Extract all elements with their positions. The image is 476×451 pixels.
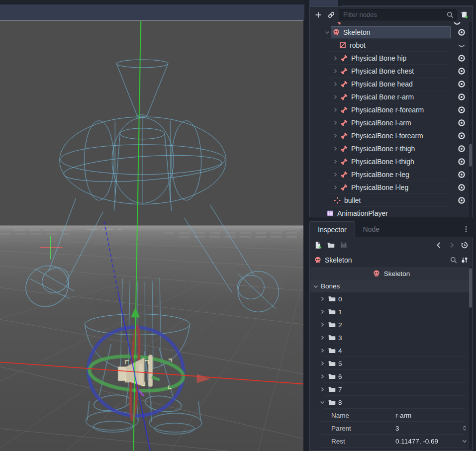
bone-group-row[interactable]: 5 (310, 357, 472, 370)
node-label: PhysicalBone l-forearm (351, 132, 423, 140)
scrollbar-thumb[interactable] (469, 268, 472, 308)
property-value[interactable]: 0.11477, -0.69 (395, 438, 457, 445)
bone-group-row[interactable]: 3 (310, 331, 472, 344)
expand-arrow[interactable] (332, 119, 339, 126)
visibility-toggle[interactable] (458, 158, 466, 166)
expand-arrow[interactable] (332, 158, 339, 165)
link-icon (327, 11, 335, 19)
expand-arrow[interactable] (319, 335, 325, 341)
expand-arrow[interactable] (332, 106, 339, 113)
attach-script-button[interactable] (459, 9, 470, 20)
visibility-toggle[interactable] (458, 183, 466, 191)
filter-nodes-input[interactable] (339, 9, 457, 20)
property-label: Name (331, 412, 395, 419)
expand-arrow[interactable] (332, 81, 339, 88)
visibility-toggle[interactable] (458, 132, 466, 140)
visibility-toggle[interactable] (458, 145, 466, 153)
tree-row[interactable]: PhysicalBone l-forearm (310, 129, 473, 142)
inspector-scrollbar[interactable] (469, 267, 472, 449)
tree-row[interactable]: PhysicalBone l-arm (310, 116, 473, 129)
skull-icon (314, 256, 322, 264)
section-bones[interactable]: Bones (310, 280, 472, 292)
expand-arrow[interactable] (332, 171, 339, 178)
bone-group-row[interactable]: 7 (310, 383, 472, 396)
bone-index-label: 0 (338, 295, 342, 303)
tools-icon[interactable] (461, 256, 469, 264)
expand-arrow[interactable] (319, 386, 325, 392)
expand-arrow[interactable] (319, 309, 325, 315)
expand-arrow[interactable] (319, 373, 325, 379)
bone-group-row[interactable]: 6 (310, 370, 472, 383)
expand-arrow[interactable] (332, 132, 339, 139)
expand-arrow[interactable] (319, 322, 325, 328)
node-type-icon (340, 93, 348, 101)
bone-group-row[interactable]: 1 (310, 305, 472, 318)
expand-arrow[interactable] (332, 68, 339, 75)
tree-row[interactable]: Physical Bone head (310, 78, 473, 90)
bone-group-row[interactable]: 8 (310, 396, 472, 409)
history-icon[interactable] (461, 241, 469, 249)
tab-menu-button[interactable] (462, 225, 470, 233)
expand-arrow[interactable] (319, 361, 325, 366)
visibility-toggle[interactable] (458, 93, 466, 101)
save-resource-icon[interactable] (340, 241, 348, 249)
node-label: PhysicalBone r-leg (351, 171, 409, 179)
scrollbar-thumb[interactable] (469, 144, 472, 167)
tree-row[interactable]: Physical Bone hip (310, 52, 473, 65)
search-properties-icon[interactable] (450, 256, 458, 264)
expand-arrow[interactable] (319, 399, 325, 405)
tree-row[interactable]: PhysicalBone l-leg (310, 181, 473, 194)
scene-tree-scrollbar[interactable] (469, 22, 472, 217)
tree-row[interactable]: PhysicalBone r-forearm (310, 103, 473, 116)
tree-row[interactable]: Skeleton (310, 26, 473, 39)
tree-row[interactable]: Physical Bone r-arm (310, 90, 473, 103)
visibility-toggle[interactable] (458, 28, 466, 36)
node-type-icon (340, 171, 348, 179)
viewport-canvas[interactable] (0, 21, 303, 451)
instance-scene-button[interactable] (326, 9, 337, 20)
node-type-icon (339, 41, 347, 49)
tree-row[interactable]: PhysicalBone r-thigh (310, 142, 473, 155)
expand-arrow[interactable] (332, 93, 339, 100)
visibility-toggle[interactable] (458, 106, 466, 114)
tree-row[interactable]: robot (310, 39, 473, 52)
tree-row[interactable]: Physical Bone chest (310, 65, 473, 78)
expand-arrow[interactable] (332, 55, 339, 62)
bone-index-label: 7 (338, 386, 342, 393)
visibility-toggle[interactable] (458, 67, 466, 75)
scene-toolbar (310, 7, 473, 22)
inspector-tab-bar: Inspector Node (309, 221, 473, 237)
tab-inspector[interactable]: Inspector (309, 221, 355, 237)
expand-arrow[interactable] (319, 296, 325, 302)
top-strip (0, 0, 304, 4)
tree-row[interactable]: bullet (310, 194, 473, 207)
expand-arrow[interactable] (319, 348, 325, 354)
history-back-icon[interactable] (435, 241, 443, 249)
tree-row[interactable]: PhysicalBone l-thigh (310, 155, 473, 168)
tab-node[interactable]: Node (355, 221, 387, 237)
inspected-node-name: Skeleton (325, 256, 447, 264)
tree-row[interactable]: PhysicalBone r-leg (310, 168, 473, 181)
visibility-toggle[interactable] (458, 196, 466, 204)
bone-group-row[interactable]: 2 (310, 318, 472, 331)
visibility-toggle[interactable] (458, 80, 466, 88)
tree-row[interactable]: AnimationPlayer (310, 207, 473, 217)
visibility-toggle[interactable] (458, 119, 466, 127)
property-value[interactable]: 3 (395, 425, 457, 432)
expand-arrow[interactable] (324, 29, 331, 36)
visibility-toggle[interactable] (458, 171, 466, 179)
history-forward-icon[interactable] (448, 241, 456, 249)
load-resource-icon[interactable] (327, 241, 335, 249)
expand-arrow[interactable] (332, 145, 339, 152)
new-resource-icon[interactable] (314, 241, 322, 249)
add-node-button[interactable] (313, 9, 324, 20)
expand-arrow[interactable] (332, 184, 339, 191)
bone-group-row[interactable]: 4 (310, 344, 472, 357)
inspector-dock: Inspector Node Skeleton (309, 221, 473, 451)
bone-group-row[interactable]: 0 (310, 292, 472, 305)
visibility-toggle[interactable] (458, 41, 466, 49)
sky (0, 21, 303, 227)
property-value[interactable]: r-arm (395, 412, 472, 419)
visibility-toggle[interactable] (458, 54, 466, 62)
3d-viewport[interactable] (0, 20, 303, 451)
